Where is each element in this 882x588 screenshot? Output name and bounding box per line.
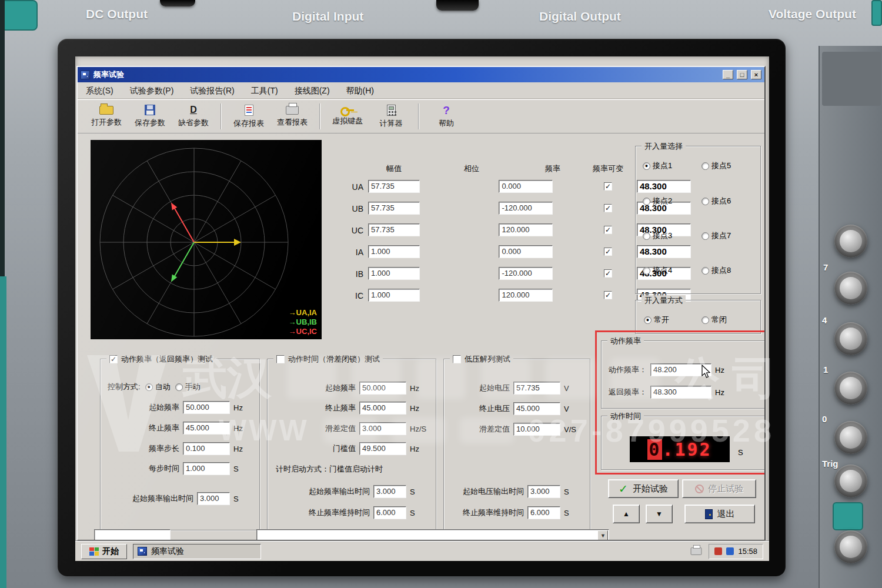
start-menu-button[interactable]: 开始 [81,544,127,559]
save-report-button[interactable]: 保存报表 [229,101,268,132]
amplitude-input[interactable]: 57.735 [368,202,420,215]
start-frequency-input[interactable]: 50.000 [359,382,406,395]
result-combo[interactable]: ▼ [256,529,609,541]
down-button[interactable]: ▼ [646,505,673,523]
freq-variable-checkbox[interactable]: ✓ [604,226,612,234]
start-freq-output-time-input[interactable]: 3.000 [197,492,230,505]
table-row: IC 1.000 120.000 48.300 ✓ [78,289,636,303]
end-freq-hold-time-input[interactable]: 6.000 [527,506,560,519]
start-voltage-input[interactable]: 57.735 [513,382,560,395]
exit-button[interactable]: 退出 [684,505,755,523]
minimize-button[interactable]: _ [723,70,733,79]
menu-test-report[interactable]: 试验报告(R) [190,86,234,96]
window-title: 频率试验 [93,69,719,80]
end-frequency-input[interactable]: 45.000 [359,402,406,415]
freq-variable-checkbox[interactable]: ✓ [604,269,612,278]
field-label: 返回频率： [609,387,647,397]
calculator-button[interactable]: 计算器 [372,101,410,132]
maximize-button[interactable]: □ [737,70,747,79]
menu-wiring-diagram[interactable]: 接线图(Z) [295,86,330,96]
contact-2-radio[interactable]: 接点2 [643,196,672,206]
slip-value-input[interactable]: 10.000 [513,423,560,436]
contact-6-radio[interactable]: 接点6 [701,196,731,206]
up-button[interactable]: ▲ [613,505,640,523]
open-params-button[interactable]: 打开参数 [87,101,126,132]
field-row: 滑差定值 10.000 V/S [451,422,584,436]
step-time-input[interactable]: 1.000 [183,462,230,475]
header-phase: 相位 [445,163,499,174]
end-frequency-input[interactable]: 45.000 [183,422,230,435]
panel-checkbox[interactable] [276,355,285,363]
phase-input[interactable]: 0.000 [499,180,553,193]
contact-3-radio[interactable]: 接点3 [643,230,672,241]
freq-variable-checkbox[interactable]: ✓ [604,291,612,299]
phase-input[interactable]: -120.000 [499,267,553,280]
device-corner-bumper [833,502,863,530]
end-voltage-input[interactable]: 45.000 [513,402,560,415]
hardware-knob [834,530,867,563]
phase-input[interactable]: -120.000 [499,202,553,215]
menu-help[interactable]: 帮助(H) [346,86,374,96]
normally-closed-radio[interactable]: 常闭 [701,315,727,325]
amplitude-input[interactable]: 1.000 [368,289,420,302]
menu-test-params[interactable]: 试验参数(P) [130,86,174,96]
chevron-down-icon[interactable]: ▼ [597,530,608,541]
printer-tray-icon[interactable] [691,547,702,555]
amplitude-input[interactable]: 57.735 [368,223,420,236]
titlebar[interactable]: 频率试验 _ □ × [78,67,764,82]
menu-system[interactable]: 系统(S) [86,86,113,96]
view-report-button[interactable]: 查看报表 [273,101,312,132]
start-voltage-output-time-input[interactable]: 3.000 [527,485,560,498]
amplitude-input[interactable]: 57.735 [368,180,420,193]
freq-variable-checkbox[interactable]: ✓ [604,204,612,212]
device-edge-accent [0,276,6,588]
freq-variable-checkbox[interactable]: ✓ [604,182,612,191]
table-row: IB 1.000 -120.000 48.300 ✓ [78,267,636,281]
field-row: 终止频率维持时间 6.000 S [451,506,584,520]
action-time-group: 动作时间 0.192 S [601,416,766,470]
contact-8-radio[interactable]: 接点8 [701,265,731,276]
panel-checkbox[interactable]: ✓ [109,355,118,363]
report-icon [245,105,253,116]
contact-7-radio[interactable]: 接点7 [701,230,731,241]
tray-icon-2[interactable] [726,547,734,555]
manual-radio[interactable]: 手动 [175,382,201,392]
device-corner-bumper [0,0,38,31]
field-row: 终止频率维持时间 6.000 S [275,506,430,520]
phase-input[interactable]: 0.000 [499,245,553,258]
amplitude-input[interactable]: 1.000 [368,267,420,280]
amplitude-input[interactable]: 1.000 [368,245,420,258]
task-button-frequency-test[interactable]: 频率试验 [133,544,261,559]
end-freq-hold-time-input[interactable]: 6.000 [373,506,406,519]
freq-variable-checkbox[interactable]: ✓ [604,248,612,256]
start-freq-output-time-input[interactable]: 3.000 [373,485,406,498]
stop-test-button[interactable]: 停止试验 [682,479,756,498]
virtual-keyboard-button[interactable]: 虚拟键盘 [328,101,367,132]
panel-checkbox[interactable] [453,355,461,363]
close-button[interactable]: × [751,70,761,79]
return-frequency-input[interactable]: 48.300 [650,386,711,399]
threshold-input[interactable]: 49.500 [359,442,406,455]
start-frequency-input[interactable]: 50.000 [183,401,230,414]
default-params-button[interactable]: D 缺省参数 [174,101,213,132]
contact-1-radio[interactable]: ●接点1 [643,161,672,171]
contact-5-radio[interactable]: 接点5 [701,161,731,171]
field-unit: Hz [715,366,724,375]
start-test-button[interactable]: ✓ 开始试验 [608,479,679,498]
menu-tools[interactable]: 工具(T) [251,86,278,96]
action-frequency-row: 动作频率： 48.200 Hz [609,363,761,377]
row-label: IB [342,267,363,281]
field-row: 终止频率 45.000 Hz [108,421,253,435]
frequency-step-input[interactable]: 0.100 [183,442,230,455]
save-params-button[interactable]: 保存参数 [131,101,169,132]
key-icon [340,106,355,113]
tray-icon-1[interactable] [714,547,722,555]
auto-radio[interactable]: ● 自动 [145,382,171,392]
normally-open-radio[interactable]: ●常开 [644,315,669,325]
slip-value-input[interactable]: 3.000 [359,422,406,435]
phase-input[interactable]: 120.000 [499,223,553,236]
help-button[interactable]: ? 帮助 [427,101,466,132]
group-title: 开入量方式 [642,295,686,306]
contact-4-radio[interactable]: 接点4 [643,265,672,276]
phase-input[interactable]: 120.000 [499,289,553,302]
